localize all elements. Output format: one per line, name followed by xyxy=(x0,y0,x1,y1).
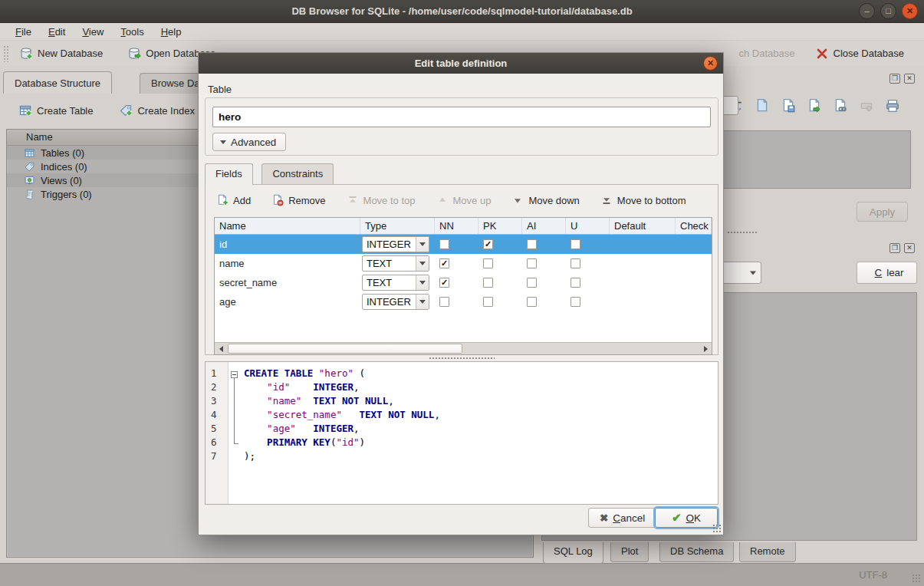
scroll-left-icon[interactable] xyxy=(215,343,227,354)
resize-grip[interactable] xyxy=(912,574,921,583)
chevron-down-icon[interactable] xyxy=(416,256,429,271)
maximize-icon[interactable]: □ xyxy=(880,3,896,19)
open-file-icon[interactable] xyxy=(755,98,770,114)
action-move-to-bottom[interactable]: Move to bottom xyxy=(600,194,686,206)
chevron-down-icon[interactable] xyxy=(416,295,429,309)
close-icon[interactable]: ✕ xyxy=(902,3,918,19)
encoding-indicator[interactable]: UTF-8 xyxy=(859,569,887,581)
splitter-handle[interactable] xyxy=(429,357,495,360)
field-default-cell[interactable] xyxy=(610,254,676,273)
field-type-cell[interactable]: TEXT xyxy=(360,254,435,273)
toolbar-close-database[interactable]: Close Database xyxy=(809,44,911,64)
dialog-tab-fields[interactable]: Fields xyxy=(205,163,253,185)
field-row-secret_name[interactable]: secret_nameTEXT✓ xyxy=(215,273,712,292)
clear-button[interactable]: Clear xyxy=(857,262,917,284)
field-name-cell[interactable]: name xyxy=(215,254,360,273)
field-row-age[interactable]: ageINTEGER xyxy=(215,292,712,311)
type-combobox[interactable]: INTEGER xyxy=(362,294,429,310)
type-combobox[interactable]: TEXT xyxy=(362,275,429,291)
field-default-cell[interactable] xyxy=(610,292,676,311)
minimize-icon[interactable]: – xyxy=(859,3,875,19)
fold-margin[interactable] xyxy=(229,362,241,504)
u-checkbox[interactable] xyxy=(571,239,580,249)
nn-checkbox[interactable]: ✓ xyxy=(439,258,449,268)
sql-preview-editor[interactable]: 1234567 CREATE TABLE "hero" ( "id" INTEG… xyxy=(205,361,718,505)
link-icon[interactable] xyxy=(833,98,848,114)
dialog-tab-constraints[interactable]: Constraints xyxy=(261,163,334,184)
action-add[interactable]: Add xyxy=(216,194,251,206)
set-null-icon[interactable] xyxy=(859,98,874,114)
nn-checkbox[interactable] xyxy=(439,297,449,307)
chevron-down-icon[interactable] xyxy=(416,275,429,290)
ai-checkbox[interactable] xyxy=(527,297,537,307)
advanced-button[interactable]: Advanced xyxy=(212,133,286,151)
u-checkbox[interactable] xyxy=(571,278,580,288)
dock-float-icon[interactable]: ❐ xyxy=(889,243,900,253)
dock-float-icon[interactable]: ❐ xyxy=(889,74,900,84)
scrollbar-thumb[interactable] xyxy=(228,344,462,354)
field-name-cell[interactable]: secret_name xyxy=(215,273,360,292)
cancel-button[interactable]: ✖Cancel xyxy=(588,508,656,528)
column-header-u[interactable]: U xyxy=(566,218,610,234)
u-checkbox[interactable] xyxy=(571,297,580,307)
table-name-input[interactable] xyxy=(212,107,711,127)
field-check-cell[interactable] xyxy=(676,235,712,254)
menu-view[interactable]: View xyxy=(74,25,111,39)
fold-marker[interactable] xyxy=(229,381,241,395)
field-default-cell[interactable] xyxy=(610,235,676,254)
ai-checkbox[interactable] xyxy=(527,258,537,268)
field-type-cell[interactable]: TEXT xyxy=(360,273,435,292)
field-row-id[interactable]: idINTEGER✓ xyxy=(215,235,712,254)
pk-checkbox[interactable]: ✓ xyxy=(483,239,493,249)
tab-sql-log[interactable]: SQL Log xyxy=(543,542,603,564)
tab-plot[interactable]: Plot xyxy=(610,542,649,562)
toolbar-attach-database[interactable]: ch Database xyxy=(733,44,801,62)
action-move-down[interactable]: Move down xyxy=(511,194,579,206)
button-create-index[interactable]: Create Index xyxy=(113,100,200,120)
scroll-right-icon[interactable] xyxy=(699,343,712,354)
fold-marker[interactable] xyxy=(229,436,241,450)
toolbar-grip[interactable] xyxy=(3,45,8,62)
fold-marker[interactable] xyxy=(229,409,241,423)
export-icon[interactable] xyxy=(807,98,822,114)
column-header-type[interactable]: Type xyxy=(360,218,435,234)
pk-checkbox[interactable] xyxy=(483,258,493,268)
field-type-cell[interactable]: INTEGER xyxy=(360,235,435,254)
field-type-cell[interactable]: INTEGER xyxy=(360,292,435,311)
type-combobox[interactable]: TEXT xyxy=(362,255,429,272)
field-check-cell[interactable] xyxy=(676,292,712,311)
field-row-name[interactable]: nameTEXT✓ xyxy=(215,254,712,273)
ai-checkbox[interactable] xyxy=(527,239,537,249)
fold-collapse-icon[interactable] xyxy=(231,371,238,378)
dock-close-icon[interactable]: ✕ xyxy=(904,243,915,253)
column-header-pk[interactable]: PK xyxy=(478,218,522,234)
pk-checkbox[interactable] xyxy=(483,297,493,307)
column-header-name[interactable]: Name xyxy=(215,218,360,234)
field-default-cell[interactable] xyxy=(610,273,676,292)
ok-button[interactable]: ✔OK xyxy=(655,508,718,528)
nn-checkbox[interactable]: ✓ xyxy=(439,278,449,288)
button-create-table[interactable]: Create Table xyxy=(12,100,99,120)
apply-button[interactable]: Apply xyxy=(857,202,908,222)
tab-db-schema[interactable]: DB Schema xyxy=(659,542,734,562)
field-check-cell[interactable] xyxy=(676,254,712,273)
dock-close-icon[interactable]: ✕ xyxy=(904,74,915,84)
dialog-titlebar[interactable]: Edit table definition ✕ xyxy=(199,53,723,74)
menu-tools[interactable]: Tools xyxy=(113,25,151,39)
nn-checkbox[interactable] xyxy=(439,239,449,249)
menu-file[interactable]: File xyxy=(8,25,39,39)
pk-checkbox[interactable] xyxy=(483,278,493,288)
action-move-to-top[interactable]: Move to top xyxy=(347,194,416,206)
menu-edit[interactable]: Edit xyxy=(41,25,73,39)
tab-remote[interactable]: Remote xyxy=(739,542,796,562)
column-header-check[interactable]: Check xyxy=(676,218,712,234)
print-icon[interactable] xyxy=(885,98,900,114)
dialog-resize-grip[interactable] xyxy=(712,524,721,532)
type-combobox[interactable]: INTEGER xyxy=(362,236,429,252)
action-move-up[interactable]: Move up xyxy=(436,194,492,206)
chevron-down-icon[interactable] xyxy=(416,237,429,252)
column-header-nn[interactable]: NN xyxy=(435,218,478,234)
column-header-ai[interactable]: AI xyxy=(522,218,566,234)
toolbar-new-database[interactable]: New Database xyxy=(13,44,109,64)
dialog-close-icon[interactable]: ✕ xyxy=(703,56,718,71)
